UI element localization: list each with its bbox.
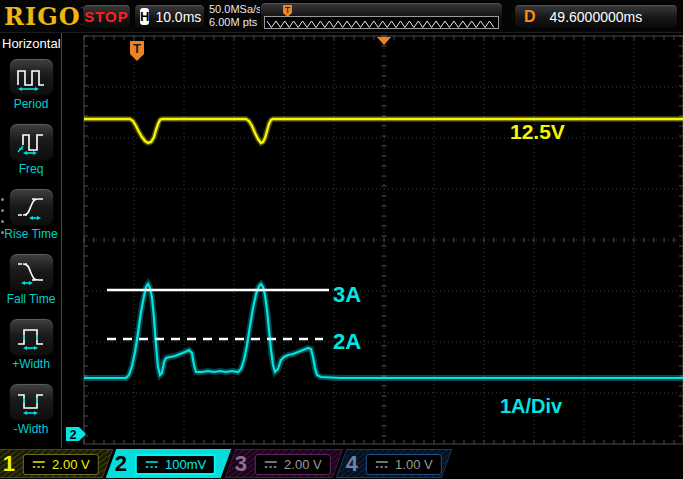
timebase-value: 10.0ms <box>155 9 201 25</box>
channel-1-scale: 2.00 V <box>52 456 90 471</box>
svg-text:T: T <box>133 41 141 56</box>
ch2-scale-label: 1A/Div <box>500 395 563 417</box>
channel-4-scale-box: 1.00 V <box>366 453 442 474</box>
fall-time-icon <box>15 259 47 286</box>
channel-4-number: 4 <box>346 453 358 475</box>
channel-3-scale-box: 2.00 V <box>255 453 331 474</box>
acquisition-readout: 50.0MSa/s 6.00M pts <box>209 3 262 29</box>
sample-rate: 50.0MSa/s <box>209 3 262 16</box>
top-status-bar: RIGOL STOP H 10.0ms 50.0MSa/s 6.00M pts … <box>0 0 683 33</box>
period-button[interactable] <box>9 58 54 96</box>
rise-time-label: Rise Time <box>0 227 62 241</box>
channel-2-chip[interactable]: 2 100mV <box>106 449 232 478</box>
dc-coupling-icon <box>375 459 389 468</box>
minus-width-icon <box>15 389 47 416</box>
freq-button[interactable] <box>9 123 54 161</box>
channel-4-scale: 1.00 V <box>395 456 433 471</box>
dc-coupling-icon <box>264 459 278 468</box>
channel-2-scale: 100mV <box>165 456 206 471</box>
freq-icon <box>15 129 47 156</box>
delay-position-indicator[interactable] <box>377 37 391 45</box>
menu-item-rise-time: Rise Time <box>0 188 62 241</box>
channel-1-chip[interactable]: 1 2.00 V <box>0 449 113 478</box>
menu-title: Horizontal <box>2 36 61 51</box>
plus-width-label: +Width <box>0 357 62 371</box>
run-state-label: STOP <box>84 8 129 25</box>
ch2-trace <box>84 284 683 378</box>
menu-item-period: Period <box>0 58 62 111</box>
minus-width-label: -Width <box>0 422 62 436</box>
channel-3-scale: 2.00 V <box>284 456 322 471</box>
channel-status-bar: 1 2.00 V 2 100mV <box>0 448 683 479</box>
channel-4-chip[interactable]: 4 1.00 V <box>336 449 453 478</box>
run-state-button[interactable]: STOP <box>82 4 131 29</box>
menu-item-plus-width: +Width <box>0 318 62 371</box>
menu-item-freq: Freq <box>0 123 62 176</box>
svg-text:2: 2 <box>70 428 77 442</box>
level-2a-label: 2A <box>333 329 361 354</box>
channel-2-number: 2 <box>115 453 127 475</box>
channel-1-scale-box: 2.00 V <box>23 453 99 474</box>
scope-display: 12.5V3A2A1A/DivT2 <box>62 33 683 448</box>
menu-item-minus-width: -Width <box>0 383 62 436</box>
timebase-prefix-badge: H <box>140 8 149 25</box>
delay-prefix-badge: D <box>524 8 536 26</box>
plus-width-button[interactable] <box>9 318 54 356</box>
oscilloscope-screen: RIGOL STOP H 10.0ms 50.0MSa/s 6.00M pts … <box>0 0 683 479</box>
freq-label: Freq <box>0 162 62 176</box>
timebase-button[interactable]: H 10.0ms <box>134 4 205 29</box>
menu-page-dots <box>1 198 4 242</box>
channel-3-number: 3 <box>235 453 247 475</box>
ch2-ground-marker[interactable]: 2 <box>66 427 86 442</box>
plus-width-icon <box>15 324 47 351</box>
rise-time-icon <box>15 194 47 221</box>
channel-2-scale-box: 100mV <box>135 453 216 474</box>
channel-3-chip[interactable]: 3 2.00 V <box>225 449 344 478</box>
graticule-grid <box>84 36 683 444</box>
level-3a-label: 3A <box>333 282 361 307</box>
menu-item-fall-time: Fall Time <box>0 253 62 306</box>
dc-coupling-icon <box>145 459 159 468</box>
svg-text:T: T <box>285 5 291 15</box>
delay-readout-button[interactable]: D 49.6000000ms <box>514 4 678 29</box>
rise-time-button[interactable] <box>9 188 54 226</box>
delay-value: 49.6000000ms <box>550 9 643 25</box>
channel-1-number: 1 <box>3 453 15 475</box>
overview-trigger-flag[interactable]: T <box>283 5 292 17</box>
trigger-position-marker[interactable]: T <box>130 41 144 61</box>
waveform-overview-strip[interactable]: T <box>260 2 503 31</box>
ch1-voltage-label: 12.5V <box>510 120 565 143</box>
period-label: Period <box>0 97 62 111</box>
period-icon <box>15 64 47 91</box>
fall-time-button[interactable] <box>9 253 54 291</box>
ch1-trace <box>84 119 683 143</box>
fall-time-label: Fall Time <box>0 292 62 306</box>
memory-depth: 6.00M pts <box>209 16 262 29</box>
dc-coupling-icon <box>32 459 46 468</box>
overview-waveform: T <box>261 3 502 30</box>
minus-width-button[interactable] <box>9 383 54 421</box>
horizontal-measure-menu: Horizontal Period F <box>0 33 62 448</box>
